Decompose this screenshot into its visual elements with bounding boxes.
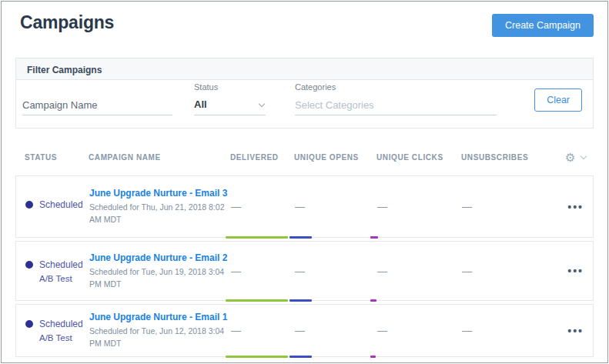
unsubscribes-value: —: [462, 265, 550, 277]
unique-clicks-value: —: [377, 201, 462, 212]
status-text: Scheduled: [39, 319, 83, 329]
campaign-schedule-text: Scheduled for Tue, Jun 12, 2018 3:04 PM …: [89, 325, 237, 349]
status-detail-text: A/B Test: [39, 333, 89, 342]
stat-bar-segment: [289, 356, 312, 358]
column-settings-button[interactable]: ⚙: [549, 152, 586, 163]
unique-opens-value: —: [295, 265, 377, 277]
filter-panel-title: Filter Campaigns: [16, 58, 593, 80]
app-window: Campaigns Create Campaign Filter Campaig…: [1, 1, 608, 363]
stat-bar-segment: [226, 299, 288, 302]
campaign-name-link[interactable]: June Upgrade Nurture - Email 2: [89, 252, 231, 263]
delivered-value: —: [231, 201, 295, 212]
status-cell: Scheduled A/B Test: [25, 319, 89, 342]
column-header-delivered: DELIVERED: [230, 153, 294, 162]
unique-clicks-value: —: [377, 325, 462, 336]
campaign-row: Scheduled A/B Test June Upgrade Nurture …: [15, 241, 594, 301]
clear-filters-button[interactable]: Clear: [534, 88, 582, 112]
filter-panel: Filter Campaigns Status All Categories C…: [15, 58, 594, 129]
status-dot-icon: [25, 201, 33, 209]
create-campaign-button[interactable]: Create Campaign: [492, 14, 594, 37]
unsubscribes-value: —: [462, 201, 550, 212]
delivered-value: —: [231, 325, 295, 336]
campaign-list: Scheduled June Upgrade Nurture - Email 3…: [15, 175, 594, 357]
filter-body: Status All Categories Clear: [16, 80, 593, 128]
chevron-down-icon: [259, 100, 265, 106]
campaign-name-input[interactable]: [22, 97, 172, 115]
chevron-down-icon: [581, 153, 587, 159]
campaigns-page: Campaigns Create Campaign Filter Campaig…: [2, 2, 607, 357]
stat-bar-segment: [289, 299, 312, 302]
column-header-status: STATUS: [25, 153, 89, 162]
status-text: Scheduled: [39, 259, 83, 270]
table-header: STATUS CAMPAIGN NAME DELIVERED UNIQUE OP…: [15, 149, 594, 165]
column-header-campaign-name: CAMPAIGN NAME: [89, 153, 230, 162]
status-selected-value: All: [194, 99, 207, 110]
row-actions-menu-button[interactable]: •••: [550, 265, 585, 277]
categories-field: Categories: [295, 82, 497, 115]
column-header-unique-opens: UNIQUE OPENS: [294, 153, 376, 162]
unique-clicks-value: —: [377, 265, 462, 277]
stat-bar-segment: [370, 299, 376, 302]
unique-opens-value: —: [295, 201, 377, 212]
status-text: Scheduled: [39, 199, 83, 210]
page-header: Campaigns Create Campaign: [15, 12, 594, 37]
gear-icon: ⚙: [565, 152, 576, 163]
status-cell: Scheduled: [25, 199, 89, 214]
campaign-schedule-text: Scheduled for Thu, Jun 21, 2018 8:02 AM …: [89, 201, 237, 225]
status-dot-icon: [25, 320, 33, 328]
campaign-name-cell: June Upgrade Nurture - Email 2 Scheduled…: [89, 252, 231, 290]
status-cell: Scheduled A/B Test: [25, 259, 89, 283]
unsubscribes-value: —: [462, 325, 550, 336]
categories-input[interactable]: [295, 97, 497, 115]
status-detail-text: A/B Test: [39, 274, 89, 283]
stat-bar-segment: [226, 356, 288, 358]
stat-bar-segment: [370, 356, 376, 358]
stat-bar-segment: [370, 236, 378, 239]
campaign-schedule-text: Scheduled for Tue, Jun 19, 2018 3:04 PM …: [89, 265, 237, 290]
stat-bar-segment: [226, 236, 288, 239]
campaign-row: Scheduled A/B Test June Upgrade Nurture …: [15, 304, 594, 357]
categories-label: Categories: [295, 82, 497, 92]
row-actions-menu-button[interactable]: •••: [550, 201, 585, 213]
status-field: Status All: [194, 82, 266, 115]
stat-bar-segment: [289, 236, 312, 239]
status-select[interactable]: All: [194, 97, 266, 115]
campaign-name-cell: June Upgrade Nurture - Email 3 Scheduled…: [89, 188, 231, 225]
status-label: Status: [194, 82, 266, 92]
unique-opens-value: —: [295, 325, 377, 336]
campaign-name-cell: June Upgrade Nurture - Email 1 Scheduled…: [89, 312, 231, 349]
campaign-name-link[interactable]: June Upgrade Nurture - Email 3: [89, 188, 231, 199]
page-title: Campaigns: [20, 12, 114, 33]
row-actions-menu-button[interactable]: •••: [550, 325, 585, 337]
column-header-unique-clicks: UNIQUE CLICKS: [376, 153, 461, 162]
campaign-row: Scheduled June Upgrade Nurture - Email 3…: [15, 175, 594, 238]
column-header-unsubscribes: UNSUBSCRIBES: [461, 153, 549, 162]
status-dot-icon: [25, 261, 33, 269]
campaign-name-link[interactable]: June Upgrade Nurture - Email 1: [89, 312, 231, 322]
delivered-value: —: [231, 265, 295, 277]
